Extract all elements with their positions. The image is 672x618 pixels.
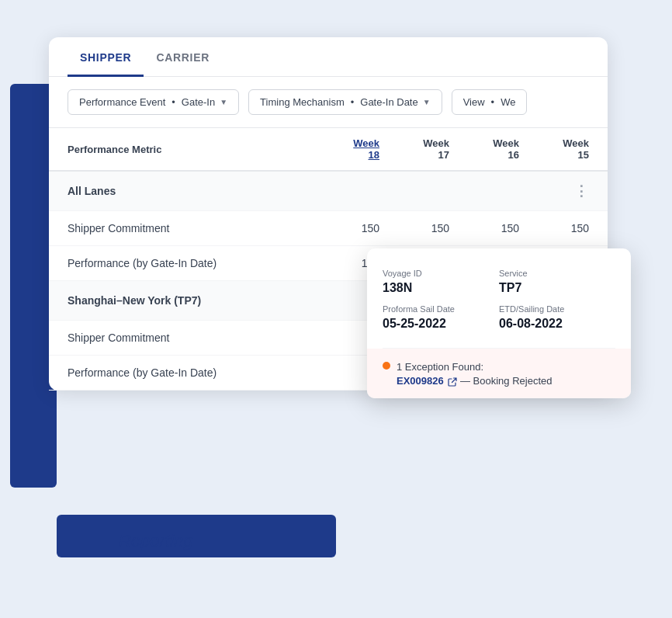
external-link-icon — [448, 377, 457, 387]
filter-performance-event[interactable]: Performance Event • Gate-In ▼ — [68, 89, 239, 115]
popup-label-etd: ETD/Sailing Date — [499, 304, 609, 314]
popup-value-proforma-sail-date: 05-25-2022 — [383, 317, 493, 331]
cell-all-lanes-commitment-w15: 150 — [538, 211, 608, 246]
group-all-lanes-label: All Lanes — [68, 185, 116, 197]
group-all-lanes: All Lanes ⋮ — [49, 171, 608, 211]
popup-value-voyage-id: 138N — [383, 281, 493, 295]
table-row: Shipper Commitment 150 150 150 150 — [49, 211, 608, 246]
exception-link[interactable]: EX009826 — [397, 375, 460, 387]
cell-all-lanes-commitment-w17: 150 — [398, 211, 468, 246]
exception-dot-icon — [383, 362, 390, 370]
popup-field-service: Service TP7 — [499, 264, 615, 300]
filter-performance-event-prefix: Performance Event — [79, 96, 165, 108]
col-header-week17[interactable]: Week 17 — [398, 128, 468, 171]
col-header-week15[interactable]: Week 15 — [538, 128, 608, 171]
cell-all-lanes-commitment-metric: Shipper Commitment — [49, 211, 328, 246]
col-header-week16[interactable]: Week 16 — [468, 128, 538, 171]
col-header-week18[interactable]: Week 18 — [328, 128, 398, 171]
group-all-lanes-menu-icon[interactable]: ⋮ — [574, 182, 589, 200]
page-wrapper: Reporting SHIPPER CARRIER Performance Ev… — [26, 37, 646, 581]
popup-field-etd: ETD/Sailing Date 06-08-2022 — [499, 300, 615, 335]
reporting-label: Reporting — [119, 531, 192, 551]
popup-label-voyage-id: Voyage ID — [383, 269, 493, 278]
filter-view[interactable]: View • We — [452, 89, 528, 115]
popup-value-service: TP7 — [499, 281, 609, 295]
tab-shipper[interactable]: SHIPPER — [68, 37, 144, 77]
col-header-metric: Performance Metric — [49, 128, 328, 171]
bg-accent-bottom — [57, 515, 336, 557]
cell-all-lanes-commitment-w18: 150 — [328, 211, 398, 246]
chevron-down-icon: ▼ — [220, 98, 227, 106]
tab-bar: SHIPPER CARRIER — [49, 37, 608, 77]
filter-performance-event-value: Gate-In — [182, 96, 215, 108]
filter-view-value: We — [501, 96, 515, 108]
group-shanghai-label: Shanghai–New York (TP7) — [68, 294, 201, 307]
cell-shanghai-performance-metric: Performance (by Gate-In Date) — [49, 356, 328, 391]
filter-timing-mechanism-value: Gate-In Date — [360, 96, 417, 108]
popup-value-etd: 06-08-2022 — [499, 317, 609, 331]
exception-desc: — Booking Rejected — [460, 375, 552, 387]
cell-all-lanes-commitment-w16: 150 — [468, 211, 538, 246]
filter-timing-mechanism[interactable]: Timing Mechanism • Gate-In Date ▼ — [248, 89, 442, 115]
popup-label-service: Service — [499, 269, 609, 278]
filter-row: Performance Event • Gate-In ▼ Timing Mec… — [49, 77, 608, 128]
popup-exception-section: 1 Exception Found: EX009826 — Booking Re… — [367, 349, 631, 398]
popup-field-voyage-id: Voyage ID 138N — [383, 264, 499, 300]
chevron-down-icon-2: ▼ — [423, 98, 431, 106]
exception-content: 1 Exception Found: EX009826 — Booking Re… — [397, 359, 552, 387]
cell-all-lanes-performance-metric: Performance (by Gate-In Date) — [49, 246, 328, 281]
tab-carrier[interactable]: CARRIER — [144, 37, 222, 77]
popup-field-proforma-sail-date: Proforma Sail Date 05-25-2022 — [383, 300, 499, 335]
cell-shanghai-commitment-metric: Shipper Commitment — [49, 321, 328, 356]
filter-timing-mechanism-prefix: Timing Mechanism — [260, 96, 345, 108]
main-card: SHIPPER CARRIER Performance Event • Gate… — [49, 37, 608, 391]
voyage-popup: Voyage ID 138N Service TP7 Proforma Sail… — [367, 248, 631, 398]
popup-label-proforma-sail-date: Proforma Sail Date — [383, 304, 493, 314]
popup-info-grid: Voyage ID 138N Service TP7 Proforma Sail… — [367, 248, 631, 348]
exception-count: 1 Exception Found: — [397, 361, 483, 373]
filter-view-prefix: View — [463, 96, 485, 108]
exception-id: EX009826 — [397, 375, 444, 387]
